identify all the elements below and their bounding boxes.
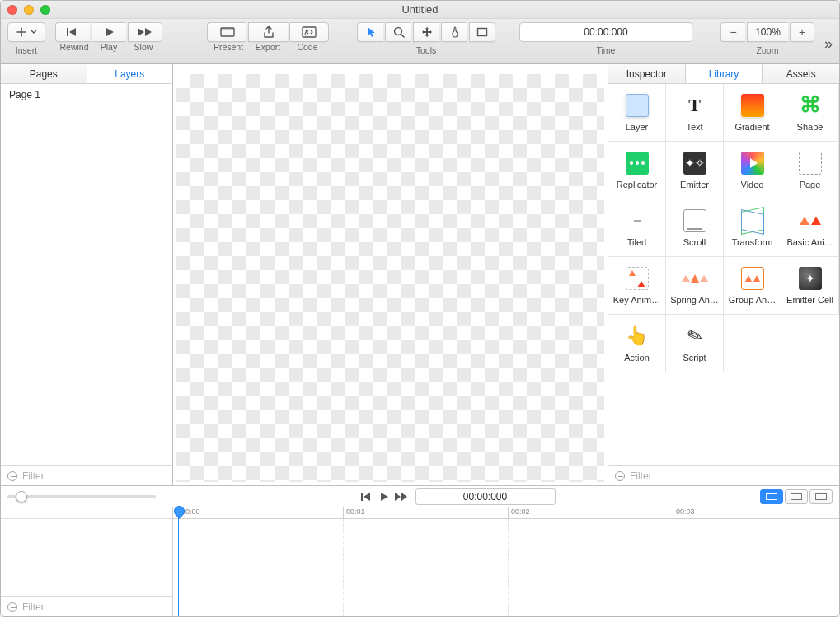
timeline-track-list[interactable] bbox=[1, 519, 172, 596]
svg-rect-5 bbox=[478, 29, 487, 36]
rewind-label: Rewind bbox=[57, 42, 92, 52]
lib-gradient[interactable]: Gradient bbox=[724, 84, 781, 142]
export-button[interactable] bbox=[248, 22, 288, 42]
basic-anim-icon bbox=[799, 209, 822, 232]
replicator-icon bbox=[626, 152, 649, 175]
timeline-ruler[interactable]: 00:00 00:01 00:02 00:03 bbox=[173, 507, 839, 519]
lib-tiled[interactable]: Tiled bbox=[608, 199, 666, 257]
zoom-display[interactable]: 100% bbox=[747, 22, 788, 42]
playhead[interactable] bbox=[178, 507, 179, 616]
tab-library[interactable]: Library bbox=[686, 64, 763, 83]
zoom-tool[interactable] bbox=[385, 22, 411, 42]
tab-pages[interactable]: Pages bbox=[1, 64, 87, 83]
svg-rect-2 bbox=[221, 28, 234, 30]
svg-rect-3 bbox=[303, 27, 316, 37]
time-display[interactable]: 00:00:000 bbox=[519, 22, 692, 42]
lib-group-anim[interactable]: Group An… bbox=[724, 257, 781, 315]
present-button[interactable] bbox=[207, 22, 246, 42]
video-icon bbox=[741, 152, 764, 175]
key-anim-icon bbox=[626, 267, 649, 290]
titlebar: Untitled bbox=[1, 1, 839, 19]
move-icon bbox=[421, 26, 433, 38]
select-tool[interactable] bbox=[357, 22, 383, 42]
plus-icon bbox=[16, 26, 27, 38]
tools-label: Tools bbox=[360, 45, 492, 55]
timeline-play-button[interactable] bbox=[379, 492, 389, 502]
timeline-fastfwd-button[interactable] bbox=[394, 492, 409, 502]
canvas[interactable] bbox=[173, 64, 608, 485]
zoom-in-button[interactable]: + bbox=[790, 22, 814, 42]
page-icon bbox=[799, 152, 822, 175]
close-window-button[interactable] bbox=[7, 5, 17, 15]
shape-tool[interactable] bbox=[469, 22, 495, 42]
timeline-view-3[interactable] bbox=[809, 489, 833, 504]
play-button[interactable] bbox=[92, 22, 126, 42]
zoom-window-button[interactable] bbox=[40, 5, 50, 15]
right-panel: Inspector Library Assets Layer TText Gra… bbox=[608, 64, 839, 485]
lib-key-anim[interactable]: Key Anim… bbox=[608, 257, 666, 315]
tl-play-icon bbox=[379, 492, 389, 502]
lib-transform[interactable]: Transform bbox=[724, 199, 781, 257]
export-icon bbox=[263, 26, 275, 39]
lib-shape[interactable]: ⌘Shape bbox=[781, 84, 839, 142]
lib-spring-anim[interactable]: Spring An… bbox=[666, 257, 724, 315]
tab-assets[interactable]: Assets bbox=[763, 64, 839, 83]
present-icon bbox=[220, 26, 235, 38]
insert-button[interactable] bbox=[7, 22, 45, 42]
chevron-down-icon bbox=[31, 29, 37, 35]
spring-anim-icon bbox=[683, 267, 706, 290]
left-filter-bar[interactable]: Filter bbox=[1, 465, 172, 485]
time-label: Time bbox=[597, 45, 616, 55]
move-tool[interactable] bbox=[413, 22, 439, 42]
lib-scroll[interactable]: Scroll bbox=[666, 199, 724, 257]
magnify-icon bbox=[393, 26, 405, 38]
code-button[interactable] bbox=[289, 22, 329, 42]
timeline-rewind-button[interactable] bbox=[361, 492, 374, 502]
emitter-icon: ✦✧ bbox=[683, 152, 706, 175]
minimize-window-button[interactable] bbox=[24, 5, 34, 15]
tl-ff-icon bbox=[394, 492, 409, 502]
timeline-view-1[interactable] bbox=[760, 489, 783, 504]
emitter-cell-icon: ✦ bbox=[799, 267, 822, 290]
filter-icon bbox=[615, 471, 625, 481]
transform-icon bbox=[741, 209, 764, 232]
right-filter-bar[interactable]: Filter bbox=[608, 465, 839, 485]
play-icon bbox=[105, 27, 115, 37]
tab-layers[interactable]: Layers bbox=[87, 64, 173, 83]
lib-emitter-cell[interactable]: ✦Emitter Cell bbox=[781, 257, 839, 315]
timeline-time-display[interactable]: 00:00:000 bbox=[415, 488, 556, 505]
slow-label: Slow bbox=[126, 42, 161, 52]
filter-icon bbox=[7, 471, 17, 481]
play-label: Play bbox=[92, 42, 126, 52]
lib-basic-anim[interactable]: Basic Ani… bbox=[781, 199, 839, 257]
lib-page[interactable]: Page bbox=[781, 142, 839, 199]
present-label: Present bbox=[209, 42, 248, 52]
timeline-view-2[interactable] bbox=[785, 489, 808, 504]
gradient-icon bbox=[741, 94, 764, 117]
lib-text[interactable]: TText bbox=[666, 84, 724, 142]
slow-icon bbox=[137, 27, 153, 37]
insert-label: Insert bbox=[16, 45, 37, 55]
brush-icon bbox=[450, 26, 460, 38]
lib-layer[interactable]: Layer bbox=[608, 84, 666, 142]
lib-video[interactable]: Video bbox=[724, 142, 781, 199]
rewind-button[interactable] bbox=[55, 22, 90, 42]
paint-tool[interactable] bbox=[441, 22, 467, 42]
layer-item-page1[interactable]: Page 1 bbox=[1, 84, 172, 105]
cursor-icon bbox=[366, 26, 376, 38]
lib-script[interactable]: ✎Script bbox=[666, 315, 724, 372]
timeline-zoom-slider[interactable] bbox=[7, 495, 156, 498]
timeline-tracks-area[interactable]: 00:00 00:01 00:02 00:03 bbox=[173, 507, 839, 616]
action-icon: 👆 bbox=[626, 325, 649, 348]
shape-icon: ⌘ bbox=[799, 94, 822, 117]
slow-button[interactable] bbox=[128, 22, 162, 42]
zoom-out-button[interactable]: − bbox=[720, 22, 745, 42]
lib-replicator[interactable]: Replicator bbox=[608, 142, 666, 199]
left-panel: Pages Layers Page 1 Filter bbox=[1, 64, 173, 485]
toolbar-overflow[interactable]: » bbox=[824, 34, 833, 53]
lib-emitter[interactable]: ✦✧Emitter bbox=[666, 142, 724, 199]
lib-action[interactable]: 👆Action bbox=[608, 315, 666, 372]
timeline-filter-bar[interactable]: Filter bbox=[1, 596, 172, 616]
tab-inspector[interactable]: Inspector bbox=[608, 64, 686, 83]
svg-point-4 bbox=[394, 28, 401, 35]
